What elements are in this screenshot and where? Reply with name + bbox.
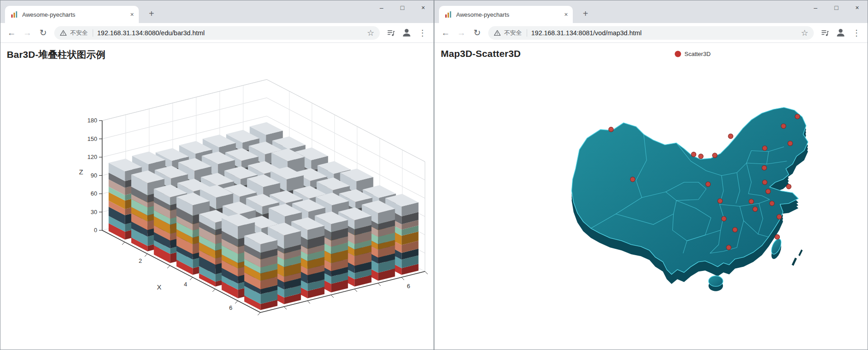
media-controls-icon[interactable]: [383, 25, 398, 40]
maximize-button[interactable]: □: [392, 0, 413, 15]
url-text[interactable]: 192.168.31.134:8080/edu/bar3d.html: [97, 29, 363, 37]
page-content: Bar3D-堆叠柱状图示例 0306090120150180Z246X6: [0, 43, 434, 350]
page-title: Bar3D-堆叠柱状图示例: [7, 48, 105, 61]
menu-kebab-icon[interactable]: ⋮: [415, 25, 430, 40]
svg-text:60: 60: [91, 190, 97, 197]
tab-title: Awesome-pyecharts: [456, 11, 558, 18]
pyecharts-favicon-icon: [10, 10, 19, 19]
divider: [527, 29, 527, 37]
browser-window-bar3d: Awesome-pyecharts × + – □ × ← → ↻ 不安全 19…: [0, 0, 434, 350]
reload-button[interactable]: ↻: [470, 25, 485, 40]
tab-strip: Awesome-pyecharts × + – □ ×: [0, 0, 434, 23]
page-title: Map3D-Scatter3D: [441, 48, 521, 59]
minimize-button[interactable]: –: [805, 0, 826, 15]
reload-button[interactable]: ↻: [36, 25, 51, 40]
svg-text:Z: Z: [79, 168, 83, 176]
svg-text:6: 6: [407, 283, 410, 289]
svg-text:X: X: [157, 283, 161, 291]
browser-toolbar: ← → ↻ 不安全 192.168.31.134:8080/edu/bar3d.…: [0, 23, 434, 43]
svg-text:2: 2: [139, 257, 142, 264]
forward-button[interactable]: →: [20, 25, 35, 40]
svg-text:30: 30: [91, 209, 97, 215]
bar3d-stacked-chart[interactable]: 0306090120150180Z246X6: [0, 43, 434, 350]
back-button[interactable]: ←: [438, 25, 453, 40]
svg-text:180: 180: [87, 117, 97, 124]
tab[interactable]: Awesome-pyecharts ×: [5, 6, 139, 23]
new-tab-button[interactable]: +: [579, 7, 592, 20]
divider: [93, 29, 93, 37]
security-label: 不安全: [504, 29, 522, 37]
legend-marker-icon: [675, 51, 681, 57]
chart-legend[interactable]: Scatter3D: [675, 51, 711, 57]
menu-kebab-icon[interactable]: ⋮: [849, 25, 864, 40]
svg-text:150: 150: [87, 135, 97, 142]
security-warning-icon[interactable]: [60, 29, 67, 37]
tab-close-icon[interactable]: ×: [128, 10, 136, 19]
close-button[interactable]: ×: [413, 0, 434, 15]
window-controls: – □ ×: [805, 0, 868, 15]
profile-avatar-icon[interactable]: [399, 25, 414, 40]
window-controls: – □ ×: [371, 0, 434, 15]
security-warning-icon[interactable]: [494, 29, 501, 37]
media-controls-icon[interactable]: [817, 25, 832, 40]
tab-title: Awesome-pyecharts: [22, 11, 124, 18]
tab[interactable]: Awesome-pyecharts ×: [439, 6, 573, 23]
svg-text:4: 4: [184, 281, 187, 288]
tab-strip: Awesome-pyecharts × + – □ ×: [434, 0, 868, 23]
page-content: Map3D-Scatter3D Scatter3D: [434, 43, 868, 350]
bookmark-star-icon[interactable]: ☆: [367, 28, 374, 38]
back-button[interactable]: ←: [4, 25, 19, 40]
svg-text:0: 0: [94, 227, 97, 233]
profile-avatar-icon[interactable]: [833, 25, 848, 40]
minimize-button[interactable]: –: [371, 0, 392, 15]
close-button[interactable]: ×: [847, 0, 868, 15]
address-bar[interactable]: 不安全 192.168.31.134:8081/vod/map3d.html ☆: [488, 26, 814, 40]
maximize-button[interactable]: □: [826, 0, 847, 15]
legend-label: Scatter3D: [684, 51, 711, 57]
bookmark-star-icon[interactable]: ☆: [801, 28, 808, 38]
pyecharts-favicon-icon: [444, 10, 453, 19]
svg-text:6: 6: [229, 304, 232, 311]
china-map3d-chart[interactable]: [529, 88, 837, 314]
browser-toolbar: ← → ↻ 不安全 192.168.31.134:8081/vod/map3d.…: [434, 23, 868, 43]
tab-close-icon[interactable]: ×: [562, 10, 570, 19]
svg-text:90: 90: [91, 172, 97, 179]
url-text[interactable]: 192.168.31.134:8081/vod/map3d.html: [531, 29, 797, 37]
browser-window-map3d: Awesome-pyecharts × + – □ × ← → ↻ 不安全 19…: [434, 0, 868, 350]
svg-text:120: 120: [87, 154, 97, 160]
security-label: 不安全: [70, 29, 88, 37]
address-bar[interactable]: 不安全 192.168.31.134:8080/edu/bar3d.html ☆: [54, 26, 380, 40]
forward-button[interactable]: →: [454, 25, 469, 40]
new-tab-button[interactable]: +: [145, 7, 158, 20]
